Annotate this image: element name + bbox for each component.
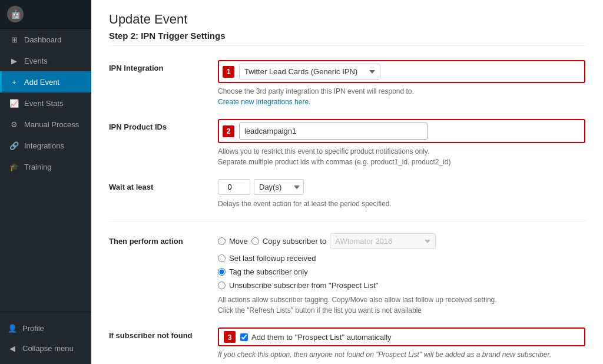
sidebar-item-profile[interactable]: 👤 Profile <box>7 318 84 338</box>
if-subscriber-not-found-control: 3 Add them to "Prospect List" automatica… <box>218 327 585 360</box>
ipn-integration-box: 1 Twitter Lead Cards (Generic IPN) <box>218 60 585 83</box>
sidebar-logo: 🤖 <box>0 0 91 29</box>
sidebar-label-add-event: Add Event <box>24 78 59 87</box>
create-integrations-link[interactable]: Create new integrations here. <box>218 98 310 106</box>
auto-add-label[interactable]: Add them to "Prospect List" automaticall… <box>251 333 392 342</box>
radio-item-followup: Set last followup received <box>218 254 585 263</box>
sidebar-label-event-stats: Event Stats <box>24 99 63 108</box>
sidebar-item-collapse[interactable]: ◀ Collapse menu <box>7 338 84 358</box>
sidebar-item-add-event[interactable]: + Add Event <box>0 71 91 92</box>
ipn-product-ids-row: IPN Product IDs 2 Allows you to restrict… <box>109 119 585 167</box>
step-number-2: 2 <box>223 125 234 137</box>
events-icon: ▶ <box>9 55 19 66</box>
perform-action-radio-group: Move Copy subscriber to AWtomator 2016 S… <box>218 233 585 290</box>
radio-copy[interactable] <box>251 237 259 245</box>
radio-move-label[interactable]: Move <box>229 237 248 246</box>
sidebar-label-collapse: Collapse menu <box>22 344 74 353</box>
ipn-integration-label: IPN Integration <box>109 60 218 72</box>
radio-tag-only-label[interactable]: Tag the subscriber only <box>229 267 308 276</box>
ipn-product-ids-control: 2 Allows you to restrict this event to s… <box>218 119 585 167</box>
radio-item-move-copy: Move Copy subscriber to AWtomator 2016 <box>218 233 585 249</box>
sidebar-label-events: Events <box>24 57 48 65</box>
ipn-product-ids-input[interactable] <box>239 123 428 140</box>
integrations-icon: 🔗 <box>9 140 19 151</box>
sidebar-label-manual-process: Manual Process <box>24 120 79 129</box>
manual-process-icon: ⚙ <box>9 119 19 130</box>
radio-unsubscribe[interactable] <box>218 282 226 289</box>
subscriber-list-select[interactable]: AWtomator 2016 <box>330 233 436 249</box>
event-stats-icon: 📈 <box>9 98 19 108</box>
radio-item-tag-only: Tag the subscriber only <box>218 267 585 276</box>
sidebar-nav: ⊞ Dashboard ▶ Events + Add Event 📈 Event… <box>0 29 91 312</box>
main-content: Update Event Step 2: IPN Trigger Setting… <box>91 0 603 364</box>
if-subscriber-not-found-label: If subscriber not found <box>109 327 218 340</box>
ipn-integration-row: IPN Integration 1 Twitter Lead Cards (Ge… <box>109 60 585 107</box>
if-subscriber-note: If you check this option, then anyone no… <box>218 349 585 360</box>
collapse-icon: ◀ <box>7 343 18 353</box>
perform-action-label: Then perform action <box>109 233 218 246</box>
wait-at-least-control: Day(s)Hour(s)Minute(s) Delays the event … <box>218 179 585 209</box>
if-subscriber-not-found-row: If subscriber not found 3 Add them to "P… <box>109 327 585 360</box>
sidebar-label-profile: Profile <box>22 324 44 333</box>
radio-item-unsubscribe: Unsubscribe subscriber from "Prospect Li… <box>218 281 585 290</box>
auto-add-checkbox[interactable] <box>240 333 248 341</box>
sidebar-item-training[interactable]: 🎓 Training <box>0 156 91 177</box>
ipn-product-ids-label: IPN Product IDs <box>109 119 218 131</box>
profile-icon: 👤 <box>7 323 18 333</box>
wait-unit-select[interactable]: Day(s)Hour(s)Minute(s) <box>254 179 304 195</box>
dashboard-icon: ⊞ <box>9 34 19 45</box>
ipn-integration-select[interactable]: Twitter Lead Cards (Generic IPN) <box>239 64 380 80</box>
radio-followup-label[interactable]: Set last followup received <box>229 254 316 263</box>
radio-followup[interactable] <box>218 254 226 262</box>
radio-copy-label[interactable]: Copy subscriber to <box>263 237 326 246</box>
if-subscriber-not-found-box: 3 Add them to "Prospect List" automatica… <box>218 327 585 346</box>
wait-at-least-help: Delays the event action for at least the… <box>218 198 585 209</box>
section-divider <box>109 221 585 221</box>
step-number-1: 1 <box>223 66 234 78</box>
wait-value-input[interactable] <box>218 179 250 195</box>
step-number-3: 3 <box>224 331 236 343</box>
add-event-icon: + <box>9 77 19 87</box>
sidebar-item-events[interactable]: ▶ Events <box>0 50 91 71</box>
page-title: Update Event <box>109 12 585 27</box>
sidebar-label-integrations: Integrations <box>24 141 64 150</box>
page-subtitle: Step 2: IPN Trigger Settings <box>109 31 585 46</box>
logo-icon: 🤖 <box>7 6 24 22</box>
training-icon: 🎓 <box>9 161 19 172</box>
perform-action-row: Then perform action Move Copy subscriber… <box>109 233 585 316</box>
sidebar: 🤖 ⊞ Dashboard ▶ Events + Add Event 📈 Eve… <box>0 0 91 364</box>
perform-action-control: Move Copy subscriber to AWtomator 2016 S… <box>218 233 585 316</box>
sidebar-label-training: Training <box>24 163 51 171</box>
radio-move[interactable] <box>218 237 226 245</box>
sidebar-item-manual-process[interactable]: ⚙ Manual Process <box>0 114 91 135</box>
action-note: All actions allow subscriber tagging. Co… <box>218 294 536 316</box>
wait-at-least-row: Wait at least Day(s)Hour(s)Minute(s) Del… <box>109 179 585 209</box>
radio-tag-only[interactable] <box>218 268 226 276</box>
sidebar-footer: 👤 Profile ◀ Collapse menu <box>0 312 91 364</box>
wait-at-least-label: Wait at least <box>109 179 218 191</box>
if-subscriber-checkbox-item: Add them to "Prospect List" automaticall… <box>240 333 392 342</box>
ipn-integration-help: Choose the 3rd party integration this IP… <box>218 86 585 107</box>
sidebar-label-dashboard: Dashboard <box>24 35 62 44</box>
ipn-product-ids-help: Allows you to restrict this event to spe… <box>218 146 585 167</box>
sidebar-item-event-stats[interactable]: 📈 Event Stats <box>0 92 91 114</box>
ipn-product-ids-box: 2 <box>218 119 585 143</box>
ipn-integration-control: 1 Twitter Lead Cards (Generic IPN) Choos… <box>218 60 585 107</box>
wait-at-least-inputs: Day(s)Hour(s)Minute(s) <box>218 179 585 195</box>
sidebar-item-integrations[interactable]: 🔗 Integrations <box>0 135 91 156</box>
sidebar-item-dashboard[interactable]: ⊞ Dashboard <box>0 29 91 50</box>
radio-unsubscribe-label[interactable]: Unsubscribe subscriber from "Prospect Li… <box>229 281 378 290</box>
